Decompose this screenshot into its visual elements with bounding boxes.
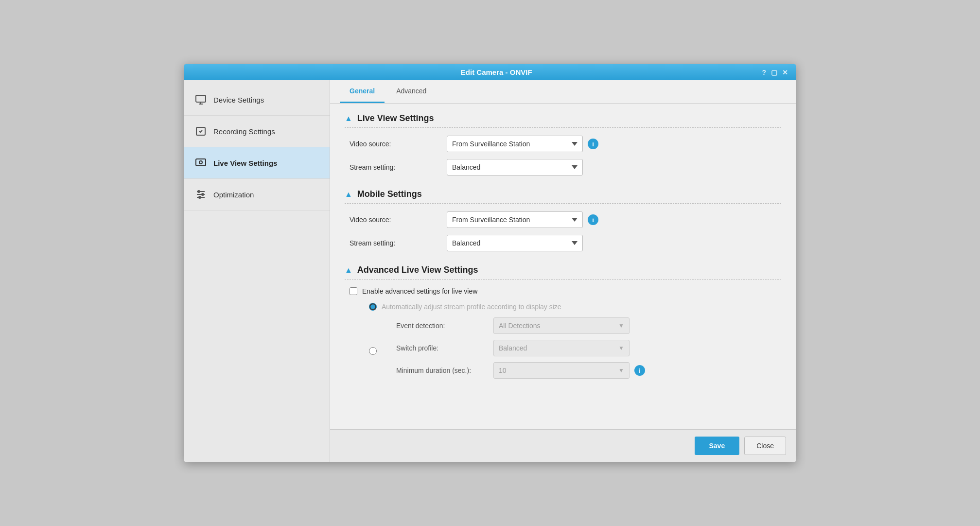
mobile-video-source-info-icon[interactable]: i xyxy=(588,214,598,225)
tab-bar: General Advanced xyxy=(330,80,796,104)
min-duration-info-icon[interactable]: i xyxy=(634,365,645,376)
event-detection-radio-row: Event detection: All Detections ▼ xyxy=(369,317,781,385)
switch-profile-controls: Balanced ▼ xyxy=(493,340,630,356)
min-duration-controls: 10 ▼ i xyxy=(493,362,645,379)
event-detection-radio[interactable] xyxy=(369,347,377,355)
switch-profile-label: Switch profile: xyxy=(396,344,493,352)
live-view-stream-setting-row: Stream setting: BalancedHigh QualityLow … xyxy=(345,159,781,175)
maximize-button[interactable]: ▢ xyxy=(771,69,777,76)
sidebar-label-recording-settings: Recording Settings xyxy=(213,127,275,136)
advanced-settings-checkbox-row: Enable advanced settings for live view xyxy=(345,287,781,295)
sidebar-label-live-view-settings: Live View Settings xyxy=(213,159,277,167)
bottom-bar: Save Close xyxy=(330,429,796,462)
live-view-stream-setting-label: Stream setting: xyxy=(350,163,447,171)
close-button[interactable]: Close xyxy=(744,437,786,455)
sidebar-item-live-view-settings[interactable]: Live View Settings xyxy=(184,147,330,179)
auto-adjust-radio-label: Automatically adjust stream profile acco… xyxy=(382,303,561,311)
tab-advanced[interactable]: Advanced xyxy=(386,80,436,103)
live-view-video-source-info-icon[interactable]: i xyxy=(588,139,598,149)
live-view-video-source-row: Video source: From Surveillance StationF… xyxy=(345,136,781,152)
dialog-title: Edit Camera - ONVIF xyxy=(231,68,762,76)
advanced-live-view-chevron[interactable]: ▲ xyxy=(345,266,352,275)
mobile-video-source-select[interactable]: From Surveillance StationFrom Camera xyxy=(447,211,583,228)
title-bar: Edit Camera - ONVIF ? ▢ ✕ xyxy=(184,64,796,80)
mobile-settings-chevron[interactable]: ▲ xyxy=(345,190,352,199)
event-detection-arrow: ▼ xyxy=(618,322,624,329)
live-view-chevron[interactable]: ▲ xyxy=(345,114,352,123)
sidebar-label-optimization: Optimization xyxy=(213,191,254,199)
help-button[interactable]: ? xyxy=(762,69,766,76)
mobile-stream-setting-row: Stream setting: BalancedHigh QualityLow … xyxy=(345,235,781,251)
optimization-icon xyxy=(194,188,208,201)
close-title-button[interactable]: ✕ xyxy=(782,69,788,76)
mobile-settings-section-header: ▲ Mobile Settings xyxy=(345,189,781,204)
mobile-stream-setting-select[interactable]: BalancedHigh QualityLow Bandwidth xyxy=(447,235,583,251)
svg-point-11 xyxy=(199,196,201,198)
save-button[interactable]: Save xyxy=(695,437,740,455)
mobile-video-source-controls: From Surveillance StationFrom Camera i xyxy=(447,211,598,228)
radio-group: Automatically adjust stream profile acco… xyxy=(345,303,781,385)
advanced-live-view-section-header: ▲ Advanced Live View Settings xyxy=(345,265,781,280)
switch-profile-row: Switch profile: Balanced ▼ xyxy=(396,340,645,356)
live-view-stream-setting-controls: BalancedHigh QualityLow Bandwidth xyxy=(447,159,583,175)
advanced-settings-checkbox-label[interactable]: Enable advanced settings for live view xyxy=(362,287,477,295)
live-view-video-source-controls: From Surveillance StationFrom Camera i xyxy=(447,136,598,152)
mobile-video-source-row: Video source: From Surveillance StationF… xyxy=(345,211,781,228)
advanced-live-view-section: ▲ Advanced Live View Settings Enable adv… xyxy=(345,265,781,385)
main-area: Device Settings Recording Settings xyxy=(184,80,796,462)
auto-adjust-radio-row: Automatically adjust stream profile acco… xyxy=(369,303,781,311)
live-view-settings-icon xyxy=(194,156,208,170)
mobile-video-source-label: Video source: xyxy=(350,216,447,224)
advanced-settings-checkbox[interactable] xyxy=(350,287,357,295)
live-view-video-source-label: Video source: xyxy=(350,140,447,148)
live-view-section-header: ▲ Live View Settings xyxy=(345,113,781,128)
sidebar-label-device-settings: Device Settings xyxy=(213,96,264,104)
mobile-settings-section: ▲ Mobile Settings Video source: From Sur… xyxy=(345,189,781,251)
live-view-stream-setting-select[interactable]: BalancedHigh QualityLow Bandwidth xyxy=(447,159,583,175)
switch-profile-dropdown: Balanced ▼ xyxy=(493,340,630,356)
svg-rect-4 xyxy=(196,159,206,166)
event-detection-dropdown: All Detections ▼ xyxy=(493,317,630,334)
event-detection-row: Event detection: All Detections ▼ xyxy=(396,317,645,334)
min-duration-label: Minimum duration (sec.): xyxy=(396,367,493,374)
switch-profile-value: Balanced xyxy=(499,344,527,352)
live-view-section-title: Live View Settings xyxy=(357,113,434,123)
recording-settings-icon xyxy=(194,124,208,138)
sidebar-item-recording-settings[interactable]: Recording Settings xyxy=(184,116,330,147)
advanced-live-view-section-title: Advanced Live View Settings xyxy=(357,265,478,275)
min-duration-row: Minimum duration (sec.): 10 ▼ i xyxy=(396,362,645,379)
event-detection-label: Event detection: xyxy=(396,322,493,330)
sidebar: Device Settings Recording Settings xyxy=(184,80,330,462)
event-detection-value: All Detections xyxy=(499,322,541,330)
min-duration-dropdown: 10 ▼ xyxy=(493,362,630,379)
svg-point-10 xyxy=(202,193,204,195)
sidebar-item-optimization[interactable]: Optimization xyxy=(184,179,330,210)
content-scroll: ▲ Live View Settings Video source: From … xyxy=(330,104,796,429)
live-view-section: ▲ Live View Settings Video source: From … xyxy=(345,113,781,175)
min-duration-arrow: ▼ xyxy=(618,367,624,374)
event-sub-form: Event detection: All Detections ▼ xyxy=(382,317,645,385)
mobile-stream-setting-controls: BalancedHigh QualityLow Bandwidth xyxy=(447,235,583,251)
switch-profile-arrow: ▼ xyxy=(618,345,624,351)
device-settings-icon xyxy=(194,93,208,106)
edit-camera-dialog: Edit Camera - ONVIF ? ▢ ✕ Device Setting… xyxy=(184,64,796,462)
svg-point-9 xyxy=(198,191,200,193)
content-area: General Advanced ▲ Live View Settings Vi… xyxy=(330,80,796,462)
event-detection-controls: All Detections ▼ xyxy=(493,317,630,334)
min-duration-value: 10 xyxy=(499,367,507,374)
mobile-settings-section-title: Mobile Settings xyxy=(357,189,422,199)
svg-point-5 xyxy=(199,161,202,164)
mobile-stream-setting-label: Stream setting: xyxy=(350,239,447,247)
live-view-video-source-select[interactable]: From Surveillance StationFrom Camera xyxy=(447,136,583,152)
sidebar-item-device-settings[interactable]: Device Settings xyxy=(184,84,330,116)
auto-adjust-radio[interactable] xyxy=(369,303,377,311)
tab-general[interactable]: General xyxy=(340,80,385,103)
svg-rect-0 xyxy=(196,95,206,102)
